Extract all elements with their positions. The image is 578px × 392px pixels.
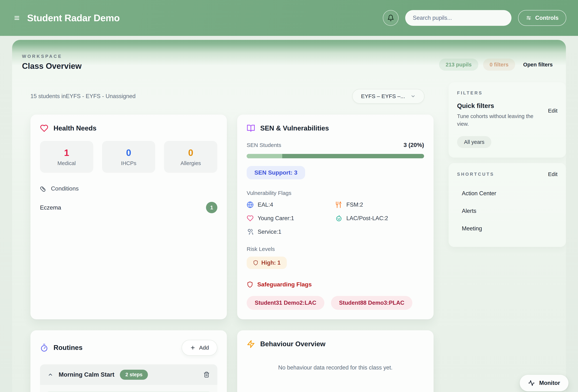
allergies-stat-tile: 0 Allergies: [164, 141, 217, 173]
lightning-icon: [247, 340, 255, 348]
flag-eal: EAL:4: [247, 201, 335, 208]
health-needs-card: Health Needs 1 Medical 0 IHCPs 0: [30, 115, 227, 319]
page-title: Class Overview: [22, 62, 82, 71]
flag-fsm: FSM:2: [335, 201, 424, 208]
shortcuts-panel: SHORTCUTS Edit Action Center Alerts Meet…: [449, 163, 566, 247]
class-selector[interactable]: EYFS – EYFS –...: [352, 89, 425, 104]
plus-icon: [190, 345, 195, 351]
risk-high-badge: High: 1: [247, 257, 287, 269]
condition-count-badge: 1: [206, 202, 217, 213]
workspace-header: WORKSPACE Class Overview 213 pupils 0 fi…: [12, 40, 566, 71]
activity-pulse-icon: [528, 380, 535, 386]
routine-group-header[interactable]: Morning Calm Start 2 steps: [40, 364, 217, 385]
right-sidebar: FILTERS Quick filters Tune cohorts witho…: [449, 82, 566, 247]
medical-stat-tile: 1 Medical: [40, 141, 93, 173]
flag-service: Service:1: [247, 228, 335, 235]
routine-group-name: Morning Calm Start: [59, 371, 114, 378]
conditions-label: Conditions: [51, 185, 79, 192]
sen-progress-bar: [247, 154, 424, 158]
behaviour-empty-state: No behaviour data recorded for this clas…: [247, 364, 424, 371]
behaviour-overview-card: Behaviour Overview No behaviour data rec…: [237, 330, 434, 392]
bell-icon: [387, 14, 394, 21]
sen-vulnerabilities-card: SEN & Vulnerabilities SEN Students 3 (20…: [237, 115, 434, 319]
quick-filters-title: Quick filters: [457, 102, 536, 110]
sen-students-label: SEN Students: [247, 142, 281, 148]
search-box: [405, 10, 512, 26]
class-selector-value: EYFS – EYFS –...: [361, 93, 405, 99]
notifications-button[interactable]: [383, 10, 399, 26]
sen-support-badge: SEN Support: 3: [247, 166, 305, 179]
app-header: Student Radar Demo Controls: [0, 0, 578, 36]
sen-students-value: 3 (20%): [404, 142, 424, 148]
shortcut-item-meeting[interactable]: Meeting: [457, 220, 557, 237]
shield-alert-icon: [247, 281, 253, 288]
filters-eyebrow: FILTERS: [457, 90, 557, 96]
chevron-up-icon[interactable]: [48, 372, 53, 377]
ihcp-count: 0: [126, 148, 131, 158]
vulnerability-flags-grid: EAL:4 FSM:2 Young Carer:1: [247, 201, 424, 235]
filters-panel: FILTERS Quick filters Tune cohorts witho…: [449, 82, 566, 157]
menu-icon[interactable]: [12, 13, 22, 23]
behaviour-title: Behaviour Overview: [260, 340, 326, 348]
routine-group: Morning Calm Start 2 steps 1.: [40, 364, 217, 392]
allergies-count: 0: [188, 148, 193, 158]
condition-name: Eczema: [40, 204, 61, 211]
controls-button[interactable]: Controls: [518, 10, 566, 26]
flag-young-carer: Young Carer:1: [247, 215, 335, 222]
vulnerability-flags-label: Vulnerability Flags: [247, 190, 424, 196]
search-input[interactable]: [413, 15, 504, 21]
add-routine-button[interactable]: Add: [182, 340, 217, 355]
heart-small-icon: [247, 215, 254, 222]
pupils-count-badge: 213 pupils: [439, 59, 478, 71]
app-title: Student Radar Demo: [27, 12, 120, 23]
edit-filters-button[interactable]: Edit: [548, 108, 557, 114]
edit-shortcuts-button[interactable]: Edit: [548, 171, 557, 177]
class-bar: 15 students inEYFS - EYFS - Unassigned E…: [30, 89, 434, 104]
medical-count: 1: [64, 148, 69, 158]
delete-routine-icon[interactable]: [203, 371, 210, 378]
sen-title: SEN & Vulnerabilities: [260, 124, 329, 132]
users-icon: [247, 228, 254, 235]
sen-progress-fill: [247, 154, 282, 158]
chevron-down-icon: [411, 94, 416, 99]
sliders-icon: [526, 15, 532, 21]
filter-chip-all-years[interactable]: All years: [457, 136, 491, 148]
workspace-eyebrow: WORKSPACE: [22, 54, 82, 59]
pill-capsule-icon: [40, 185, 47, 192]
book-open-icon: [247, 124, 255, 132]
safeguarding-label: Safeguarding Flags: [257, 281, 312, 288]
condition-row: Eczema 1: [40, 202, 217, 213]
open-filters-button[interactable]: Open filters: [520, 62, 556, 68]
globe-icon: [247, 201, 254, 208]
steps-count-badge: 2 steps: [120, 370, 148, 380]
shortcuts-eyebrow: SHORTCUTS: [457, 172, 494, 177]
quick-filters-description: Tune cohorts without leaving the view.: [457, 112, 536, 128]
workspace-sheet: WORKSPACE Class Overview 213 pupils 0 fi…: [12, 40, 566, 392]
safeguarding-student-pill[interactable]: Student31 Demo2:LAC: [247, 296, 324, 310]
utensils-icon: [335, 201, 342, 208]
heart-icon: [40, 124, 48, 132]
routines-card: Routines Add Mor: [30, 330, 227, 392]
shortcut-item-alerts[interactable]: Alerts: [457, 202, 557, 220]
controls-label: Controls: [535, 15, 559, 21]
timer-icon: [40, 344, 48, 352]
baby-icon: [335, 215, 342, 222]
class-summary: 15 students inEYFS - EYFS - Unassigned: [30, 93, 136, 100]
routines-title: Routines: [53, 344, 83, 352]
flag-lac: LAC/Post-LAC:2: [335, 215, 424, 222]
shield-icon: [253, 260, 258, 266]
health-needs-title: Health Needs: [53, 124, 96, 132]
ihcp-stat-tile: 0 IHCPs: [102, 141, 155, 173]
safeguarding-student-pill[interactable]: Student88 Demo3:PLAC: [331, 296, 413, 310]
risk-levels-label: Risk Levels: [247, 246, 424, 252]
active-filters-badge: 0 filters: [483, 59, 515, 71]
header-actions: Controls: [383, 10, 566, 26]
monitor-button[interactable]: Monitor: [520, 375, 569, 391]
shortcut-item-action-center[interactable]: Action Center: [457, 185, 557, 202]
